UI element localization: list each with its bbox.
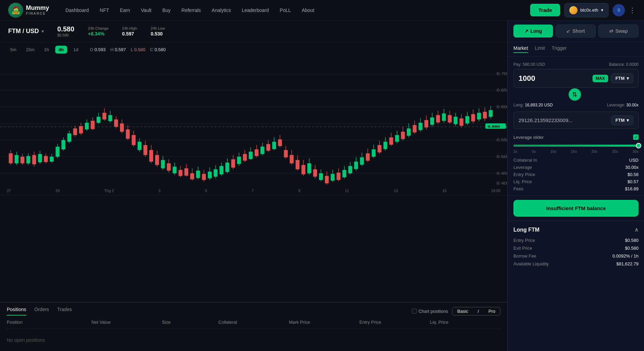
- action-button[interactable]: Insufficient FTM balance: [513, 200, 639, 217]
- order-tab-trigger[interactable]: Trigger: [552, 45, 567, 53]
- ticker-change-value: +8.34%: [88, 31, 108, 36]
- ohlc-h-label: H: [110, 47, 114, 52]
- token-selector-pay[interactable]: FTM ▾: [611, 73, 633, 83]
- wallet-chevron: ▾: [601, 8, 603, 13]
- positions-table: Position Net Value Size Collateral Mark …: [0, 316, 507, 351]
- stop-25x[interactable]: 25x: [612, 149, 618, 153]
- nav-item-earn[interactable]: Earn: [115, 0, 136, 20]
- stop-2x[interactable]: 2x: [513, 149, 518, 153]
- nav-item-poll[interactable]: PoLL: [274, 0, 297, 20]
- nav-item-dashboard[interactable]: Dashboard: [60, 0, 94, 20]
- ticker-low-value: 0.530: [151, 31, 165, 36]
- trade-button[interactable]: Trade: [530, 4, 560, 16]
- col-header-markprice: Mark Price: [289, 320, 359, 325]
- date-5: 5: [205, 189, 207, 193]
- left-panel: FTM / USD ▾ 0.580 $0.580 24h Change +8.3…: [0, 20, 508, 351]
- detail-entry-price: Entry Price $0.58: [513, 172, 639, 177]
- date-9: 9: [298, 189, 300, 193]
- stop-15x[interactable]: 15x: [571, 149, 577, 153]
- token-chevron-pay: ▾: [627, 76, 629, 81]
- nav-item-vault[interactable]: Vault: [135, 0, 157, 20]
- tab-orders[interactable]: Orders: [34, 307, 49, 316]
- chart-positions-checkbox[interactable]: [412, 309, 417, 313]
- leverage-checkbox[interactable]: ✓: [633, 134, 639, 140]
- chart-positions-label: Chart positions: [419, 309, 448, 314]
- tf-1h[interactable]: 1h: [41, 46, 52, 54]
- date-labels: 27 29 Thg 2 3 5 7 9 11 13 15 19:00: [0, 187, 507, 195]
- ohlc-l-val: 0.580: [134, 47, 146, 52]
- ticker-pair[interactable]: FTM / USD ▾: [8, 28, 44, 35]
- nav-item-referrals[interactable]: Referrals: [176, 0, 206, 20]
- position-input-group: 29126.213592233009... FTM ▾: [513, 112, 639, 129]
- stop-30x[interactable]: 30x: [632, 149, 639, 153]
- swap-tab[interactable]: ⇄ Swap: [598, 25, 639, 38]
- chart-positions-toggle[interactable]: Chart positions: [412, 309, 448, 314]
- leverage-header: Leverage slider ✓: [513, 134, 639, 140]
- pay-input[interactable]: [519, 74, 573, 83]
- long-ftm-chevron[interactable]: ∧: [634, 226, 639, 233]
- ticker-chevron: ▾: [42, 29, 44, 34]
- pro-label[interactable]: Pro: [484, 307, 500, 315]
- date-thg2: Thg 2: [104, 189, 114, 193]
- tf-15m[interactable]: 15m: [23, 46, 38, 54]
- chart-canvas: 0.700 0.650 0.600 0.580 0.550 0.500 0.45…: [0, 57, 507, 187]
- basic-pro-toggle[interactable]: Basic / Pro: [452, 307, 500, 316]
- order-tab-market[interactable]: Market: [513, 45, 528, 53]
- logo[interactable]: 🧟 Mummy FINANCE: [8, 3, 49, 18]
- date-13: 13: [394, 189, 398, 193]
- stop-20x[interactable]: 20x: [591, 149, 598, 153]
- nav-item-about[interactable]: About: [296, 0, 320, 20]
- svg-text:0.650: 0.650: [497, 88, 507, 92]
- tf-5m[interactable]: 5m: [7, 46, 20, 54]
- nav-item-buy[interactable]: Buy: [157, 0, 176, 20]
- long-ftm-section: Long FTM ∧ Entry Price $0.580 Exit Price…: [508, 221, 644, 272]
- date-19: 19:00: [491, 189, 500, 193]
- swap-direction-button[interactable]: ⇅: [569, 88, 581, 101]
- short-tab[interactable]: ↙ Short: [556, 25, 596, 38]
- nav-item-leaderboard[interactable]: Leaderboard: [236, 0, 274, 20]
- wallet-button[interactable]: btc0x.eth ▾: [564, 3, 609, 17]
- position-value: 29126.213592233009...: [519, 117, 573, 123]
- leverage-slider-track[interactable]: [513, 145, 639, 147]
- col-header-liqprice: Liq. Price: [430, 320, 500, 325]
- tf-4h[interactable]: 4h: [55, 46, 67, 54]
- nav-item-analytics[interactable]: Analytics: [206, 0, 236, 20]
- ticker-stat-low: 24h Low 0.530: [151, 26, 165, 36]
- swap-label: Swap: [615, 28, 628, 34]
- order-tabs: Market Limit Trigger: [508, 42, 644, 57]
- avatar-button[interactable]: S: [613, 4, 625, 16]
- nav-item-nft[interactable]: NFT: [94, 0, 115, 20]
- tab-right: Chart positions Basic / Pro: [412, 307, 500, 316]
- basic-label[interactable]: Basic: [452, 307, 473, 315]
- detail-leverage: Leverage 30.00x: [513, 165, 639, 170]
- chart-container: 5m 15m 1h 4h 1d O 0.593 H 0.597 L 0.580 …: [0, 42, 507, 302]
- ohlc-h-val: 0.597: [115, 47, 126, 52]
- trade-form: Pay: 580.00 USD Balance: 0.0000 MAX FTM …: [508, 57, 644, 134]
- more-button[interactable]: ⋮: [629, 6, 636, 14]
- max-button[interactable]: MAX: [593, 75, 609, 82]
- order-tab-limit[interactable]: Limit: [535, 45, 545, 53]
- ohlc-c-label: C: [150, 47, 153, 52]
- main-nav: Dashboard NFT Earn Vault Buy Referrals A…: [60, 0, 519, 20]
- col-header-collateral: Collateral: [219, 320, 289, 325]
- leverage-slider-thumb[interactable]: [636, 143, 641, 148]
- short-label: Short: [572, 28, 585, 34]
- wallet-icon: [569, 6, 578, 14]
- col-header-entryprice: Entry Price: [359, 320, 430, 325]
- date-27: 27: [7, 189, 11, 193]
- ftm-exit-price: Exit Price $0.580: [513, 246, 639, 251]
- balance-label-text: Balance: 0.0000: [609, 62, 639, 67]
- ohlc-c-val: 0.580: [154, 47, 166, 52]
- date-15: 15: [443, 189, 447, 193]
- date-11: 11: [345, 189, 349, 193]
- long-tab[interactable]: ↗ Long: [513, 25, 553, 38]
- stop-10x[interactable]: 10x: [550, 149, 556, 153]
- tab-positions[interactable]: Positions: [7, 307, 26, 316]
- tf-1d[interactable]: 1d: [70, 46, 81, 54]
- ohlc-l-label: L: [131, 47, 133, 52]
- token-selector-position[interactable]: FTM ▾: [611, 115, 633, 125]
- leverage-slider-stops: 2x 5x 10x 15x 20x 25x 30x: [513, 149, 639, 153]
- stop-5x[interactable]: 5x: [532, 149, 536, 153]
- tab-trades[interactable]: Trades: [57, 307, 72, 316]
- token-chevron-position: ▾: [627, 118, 629, 123]
